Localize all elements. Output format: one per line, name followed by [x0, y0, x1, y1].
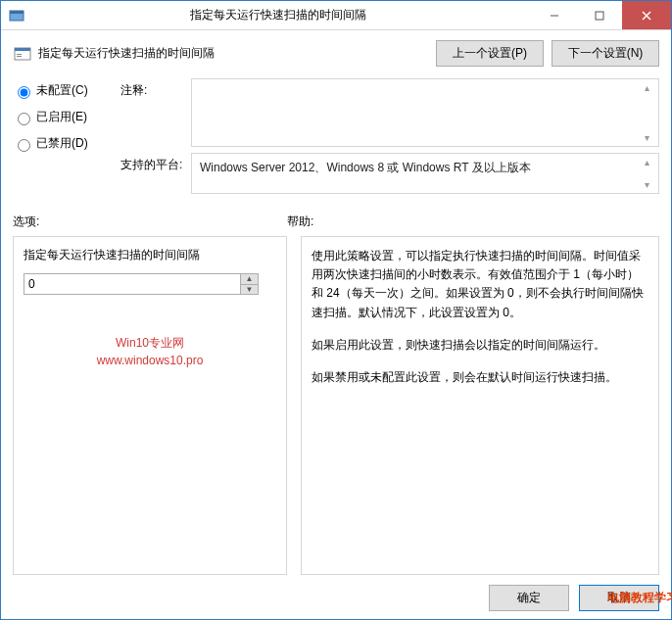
radio-disabled-input[interactable] [18, 139, 30, 152]
spin-down-button[interactable]: ▼ [241, 285, 258, 295]
platform-label: 支持的平台: [120, 153, 191, 194]
radio-label: 未配置(C) [36, 82, 88, 99]
radio-label: 已启用(E) [36, 109, 87, 125]
svg-rect-7 [15, 48, 30, 51]
dialog-window: 指定每天运行快速扫描的时间间隔 指定每天运行快速扫描的时间间隔 上一个设置(P)… [0, 0, 672, 620]
scroll-up-icon[interactable]: ▴ [645, 82, 654, 93]
help-paragraph: 如果禁用或未配置此设置，则会在默认时间运行快速扫描。 [312, 368, 648, 387]
radio-not-configured[interactable]: 未配置(C) [13, 82, 120, 99]
svg-rect-8 [17, 54, 22, 55]
interval-input[interactable] [24, 274, 240, 294]
watermark-text: Win10专业网 www.windows10.pro [24, 334, 276, 369]
window-title: 指定每天运行快速扫描的时间间隔 [24, 7, 532, 24]
policy-icon [13, 44, 32, 64]
watermark-line1: Win10专业网 [24, 334, 276, 352]
previous-setting-button[interactable]: 上一个设置(P) [436, 40, 544, 67]
comment-label: 注释: [120, 78, 191, 147]
cancel-button[interactable]: 取消电脑教程学习网 [579, 585, 659, 611]
config-area: 未配置(C) 已启用(E) 已禁用(D) 注释: ▴ ▾ [13, 78, 659, 200]
radio-label: 已禁用(D) [36, 135, 88, 152]
spin-up-button[interactable]: ▲ [241, 274, 258, 285]
help-paragraph: 使用此策略设置，可以指定执行快速扫描的时间间隔。时间值采用两次快速扫描间的小时数… [312, 247, 648, 322]
svg-rect-1 [10, 11, 24, 14]
help-label: 帮助: [287, 214, 313, 230]
radio-group: 未配置(C) 已启用(E) 已禁用(D) [13, 78, 120, 200]
app-icon [9, 8, 24, 24]
svg-rect-3 [596, 12, 603, 20]
scroll-down-icon[interactable]: ▾ [645, 179, 654, 190]
ok-button[interactable]: 确定 [489, 585, 569, 611]
radio-enabled[interactable]: 已启用(E) [13, 109, 120, 125]
info-column: 注释: ▴ ▾ 支持的平台: Windows Server 2012、Windo… [120, 78, 659, 200]
panels-row: 指定每天运行快速扫描的时间间隔 ▲ ▼ Win10专业网 www.windows… [13, 236, 659, 575]
scroll-down-icon[interactable]: ▾ [645, 132, 654, 143]
overlay-watermark: 电脑教程学习网 [607, 590, 672, 606]
comment-textarea[interactable]: ▴ ▾ [191, 78, 659, 147]
interval-spinbox[interactable]: ▲ ▼ [24, 273, 259, 295]
minimize-button[interactable] [532, 1, 577, 29]
radio-disabled[interactable]: 已禁用(D) [13, 135, 120, 152]
panel-labels: 选项: 帮助: [13, 214, 659, 230]
options-panel: 指定每天运行快速扫描的时间间隔 ▲ ▼ Win10专业网 www.windows… [13, 236, 287, 575]
help-panel: 使用此策略设置，可以指定执行快速扫描的时间间隔。时间值采用两次快速扫描间的小时数… [301, 236, 659, 575]
scroll-up-icon[interactable]: ▴ [645, 157, 654, 167]
watermark-line2: www.windows10.pro [24, 352, 276, 369]
header-row: 指定每天运行快速扫描的时间间隔 上一个设置(P) 下一个设置(N) [13, 40, 659, 67]
footer-buttons: 确定 取消电脑教程学习网 [13, 575, 659, 611]
platform-text-box: Windows Server 2012、Windows 8 或 Windows … [191, 153, 659, 194]
maximize-button[interactable] [577, 1, 622, 29]
radio-enabled-input[interactable] [18, 113, 30, 125]
close-button[interactable] [622, 1, 671, 29]
radio-not-configured-input[interactable] [18, 86, 30, 99]
next-setting-button[interactable]: 下一个设置(N) [552, 40, 659, 67]
window-controls [532, 1, 671, 29]
titlebar: 指定每天运行快速扫描的时间间隔 [1, 1, 671, 30]
svg-rect-9 [17, 56, 22, 57]
content-area: 指定每天运行快速扫描的时间间隔 上一个设置(P) 下一个设置(N) 未配置(C)… [1, 30, 671, 619]
platform-text: Windows Server 2012、Windows 8 或 Windows … [200, 161, 531, 174]
help-paragraph: 如果启用此设置，则快速扫描会以指定的时间间隔运行。 [312, 336, 648, 355]
options-label: 选项: [13, 214, 287, 230]
option-field-label: 指定每天运行快速扫描的时间间隔 [24, 247, 276, 263]
policy-title: 指定每天运行快速扫描的时间间隔 [38, 45, 436, 62]
